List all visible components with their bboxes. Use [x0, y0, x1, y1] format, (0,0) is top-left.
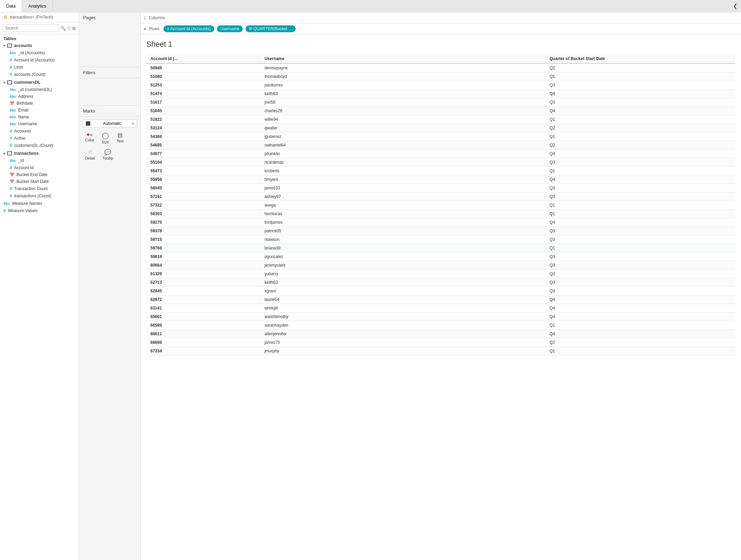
field-id-transactions[interactable]: Abc _Id	[0, 157, 79, 164]
field-measure-values[interactable]: # Measure Values	[0, 207, 79, 214]
cell-account-id: 62845	[146, 287, 260, 295]
table-icon-transactions	[7, 151, 12, 155]
cell-quarter: Q4	[545, 90, 736, 98]
cell-account-id: 65661	[146, 313, 260, 321]
cell-account-id: 62713	[146, 278, 260, 287]
field-limit[interactable]: # Limit	[0, 63, 79, 71]
type-hash-icon: #	[10, 128, 12, 133]
rows-row: ≡ Rows # Account Id (Accounts) Username …	[141, 23, 741, 34]
table-row: 66698 james75 Q2	[146, 338, 736, 347]
field-accounts-count[interactable]: # accounts (Count)	[0, 71, 79, 78]
mark-tooltip-button[interactable]: 💬 Tooltip	[100, 148, 116, 162]
cell-quarter: Q2	[545, 124, 736, 132]
filter-icon[interactable]: ▽	[67, 26, 71, 31]
cell-account-id: 51474	[146, 90, 260, 98]
field-email[interactable]: Abc Email	[0, 107, 79, 114]
cell-username: yubarry	[260, 270, 545, 278]
pill-quarter[interactable]: ⊞ QUARTER(Bucket ...	[246, 25, 295, 32]
cell-quarter: Q3	[545, 184, 736, 192]
field-id-accounts[interactable]: Abc _Id (Accounts)	[0, 49, 79, 56]
table-row: 66611 allenjennifer Q4	[146, 330, 736, 338]
field-accounts[interactable]: # Accounts	[0, 127, 79, 135]
dropdown-arrow-icon: ▾	[132, 122, 134, 126]
cell-quarter: Q3	[545, 192, 736, 201]
cell-username: nathaniel64	[260, 141, 545, 150]
cell-username: joel58	[260, 98, 545, 107]
cell-quarter: Q4	[545, 150, 736, 158]
table-row: 57161 ashley97 Q3	[146, 192, 736, 201]
table-group-transactions-header[interactable]: ▾ transactions	[0, 150, 79, 157]
cell-quarter: Q3	[545, 98, 736, 107]
pill-username[interactable]: Username	[217, 25, 243, 32]
cell-account-id: 53124	[146, 124, 260, 132]
cell-account-id: 66698	[146, 338, 260, 347]
table-row: 56045 james33 Q3	[146, 184, 736, 192]
table-icon-accounts	[7, 44, 12, 48]
field-bucket-end-date[interactable]: 📅 Bucket End Date	[0, 171, 79, 178]
cell-quarter: Q4	[545, 330, 736, 338]
field-bucket-start-date[interactable]: 📅 Bucket Start Date	[0, 178, 79, 185]
cell-quarter: Q4	[545, 295, 736, 304]
search-icon[interactable]: 🔍	[60, 26, 66, 31]
search-input[interactable]	[3, 24, 59, 32]
size-label: Size	[102, 140, 109, 144]
field-birthdate[interactable]: 📅 Birthdate	[0, 100, 79, 107]
cell-username: sarahhayden	[260, 321, 545, 330]
cell-username: ncardenas	[260, 158, 545, 167]
marks-type-dropdown[interactable]: ⬛ Automatic ▾	[82, 119, 137, 128]
field-label: Username	[18, 121, 37, 126]
list-icon[interactable]: ⊞	[72, 26, 76, 31]
pill-account-id[interactable]: # Account Id (Accounts)	[163, 25, 214, 32]
marks-type-label: Automatic	[103, 121, 121, 126]
cell-quarter: Q1	[545, 210, 736, 218]
field-address[interactable]: Abc Address	[0, 93, 79, 100]
field-active[interactable]: # Active	[0, 135, 79, 142]
field-account-id-accounts[interactable]: # Account Id (Accounts)	[0, 56, 79, 63]
cell-quarter: Q1	[545, 167, 736, 175]
field-transaction-count[interactable]: # Transaction Count	[0, 185, 79, 192]
cell-account-id: 58303	[146, 210, 260, 218]
pill-quarter-icon: ⊞	[249, 26, 252, 31]
mark-size-button[interactable]: ◯ Size	[99, 130, 112, 145]
left-panel: ⚙ transactions+ (FinTech) 🔍 ▽ ⊞ Tables ▾…	[0, 12, 79, 560]
cell-username: james75	[260, 338, 545, 347]
type-hash-icon: #	[10, 165, 12, 170]
field-account-id-transactions[interactable]: # Account Id	[0, 164, 79, 171]
table-row: 67334 jmurphy Q1	[146, 347, 736, 355]
connection-header: ⚙ transactions+ (FinTech)	[0, 12, 79, 22]
table-row: 62713 keith63 Q3	[146, 278, 736, 287]
field-measure-names[interactable]: Abc Measure Names	[0, 200, 79, 207]
field-label: _Id	[18, 158, 24, 163]
cell-quarter: Q2	[545, 270, 736, 278]
cell-account-id: 57161	[146, 192, 260, 201]
collapse-button[interactable]: ❮	[730, 0, 741, 12]
cell-quarter: Q3	[545, 261, 736, 270]
cell-quarter: Q3	[545, 287, 736, 295]
cell-account-id: 57322	[146, 201, 260, 210]
table-row: 51822 willie94 Q1	[146, 115, 736, 124]
field-customers-count[interactable]: # customersDL (Count)	[0, 142, 79, 149]
text-icon: ▤	[117, 132, 123, 138]
cell-account-id: 66589	[146, 321, 260, 330]
table-group-accounts-header[interactable]: ▾ accounts	[0, 42, 79, 49]
mark-text-button[interactable]: ▤ Text	[114, 130, 126, 145]
field-name[interactable]: Abc Name	[0, 114, 79, 120]
cell-quarter: Q3	[545, 278, 736, 287]
field-username[interactable]: Abc Username	[0, 120, 79, 127]
table-group-customers-header[interactable]: ▾ customersDL	[0, 79, 79, 86]
mark-detail-button[interactable]: ⁙ Detail	[82, 148, 98, 162]
cell-username: keith63	[260, 90, 545, 98]
table-row: 60664 jeremyclark Q3	[146, 261, 736, 270]
field-id-customers[interactable]: Abc _id (customersDL)	[0, 86, 79, 93]
mark-color-button[interactable]: ●● Color	[82, 130, 97, 145]
table-row: 62872 laurie54 Q4	[146, 295, 736, 304]
cell-username: jmurphy	[260, 347, 545, 355]
cell-username: xgrant	[260, 287, 545, 295]
cell-quarter: Q3	[545, 253, 736, 261]
cell-quarter: Q1	[545, 321, 736, 330]
table-row: 51253 paultorres Q3	[146, 81, 736, 90]
cell-username: qwaller	[260, 124, 545, 132]
tab-analytics[interactable]: Analytics	[22, 0, 53, 12]
tab-data[interactable]: Data	[0, 0, 22, 12]
field-transactions-count[interactable]: # transactions (Count)	[0, 192, 79, 199]
